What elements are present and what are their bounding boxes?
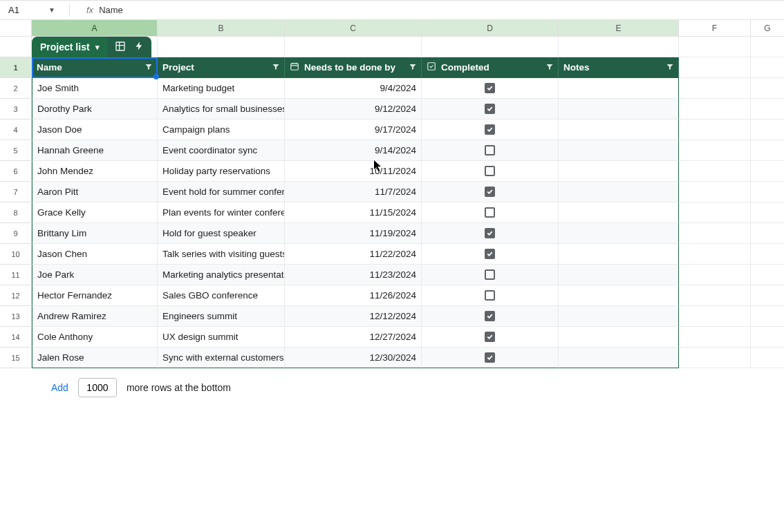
empty-cell[interactable] [679,348,751,368]
empty-cell[interactable] [679,327,751,348]
cell-completed[interactable] [422,78,559,99]
empty-cell[interactable] [679,182,751,202]
col-due-header[interactable]: Needs to be done by [285,57,422,78]
cell-completed[interactable] [422,265,559,285]
checkbox[interactable] [485,104,495,114]
col-header-A[interactable]: A [32,20,158,36]
filter-icon[interactable] [272,62,280,73]
checkbox[interactable] [485,290,495,301]
cell-due[interactable]: 12/12/2024 [285,306,422,327]
cell-due[interactable]: 11/22/2024 [285,244,422,265]
empty-cell[interactable] [751,57,784,78]
empty-cell[interactable] [751,223,784,244]
empty-cell[interactable] [679,99,751,120]
col-header-E[interactable]: E [559,20,679,36]
checkbox[interactable] [485,249,495,259]
col-header-C[interactable]: C [285,20,422,36]
cell-notes[interactable] [559,120,679,140]
col-project-header[interactable]: Project [158,57,285,78]
cell-name[interactable]: Hector Fernandez [32,285,158,306]
cell-project[interactable]: Talk series with visiting guests [158,244,285,265]
empty-cell[interactable] [679,244,751,265]
cell-due[interactable]: 10/11/2024 [285,161,422,182]
cell-due[interactable]: 9/12/2024 [285,99,422,120]
formula-value[interactable]: Name [99,5,123,15]
empty-cell[interactable] [751,265,784,285]
cell-due[interactable]: 11/19/2024 [285,223,422,244]
cell-notes[interactable] [559,244,679,265]
cell-name[interactable]: Brittany Lim [32,223,158,244]
row-header[interactable]: 15 [0,348,32,368]
cell-project[interactable]: Hold for guest speaker [158,223,285,244]
empty-cell[interactable] [679,265,751,285]
cell-name[interactable]: Cole Anthony [32,327,158,348]
cell-completed[interactable] [422,285,559,306]
add-rows-button[interactable]: Add [51,382,68,393]
cell-project[interactable]: Marketing analytics presentation [158,265,285,285]
checkbox[interactable] [485,311,495,321]
blank[interactable] [751,37,784,57]
col-name-header[interactable]: Name [32,57,158,78]
row-header[interactable]: 4 [0,120,32,140]
cell-completed[interactable] [422,348,559,368]
row-header-1[interactable]: 1 [0,57,32,78]
cell-name[interactable]: Joe Smith [32,78,158,99]
cell-notes[interactable] [559,223,679,244]
filter-icon[interactable] [545,62,554,73]
checkbox[interactable] [485,207,495,218]
add-rows-count-input[interactable] [78,378,117,397]
checkbox[interactable] [485,332,495,342]
row-header[interactable]: 6 [0,161,32,182]
cell-completed[interactable] [422,202,559,223]
name-box[interactable]: A1 ▼ [4,3,59,18]
row-header[interactable]: 12 [0,285,32,306]
cell-name[interactable]: Jason Chen [32,244,158,265]
row-header[interactable]: 3 [0,99,32,120]
cell-name[interactable]: Joe Park [32,265,158,285]
col-header-F[interactable]: F [679,20,751,36]
cell-due[interactable]: 12/27/2024 [285,327,422,348]
cell-notes[interactable] [559,182,679,202]
cell-name[interactable]: Dorothy Park [32,99,158,120]
cell-due[interactable]: 11/23/2024 [285,265,422,285]
empty-cell[interactable] [751,306,784,327]
empty-cell[interactable] [679,161,751,182]
empty-cell[interactable] [679,57,751,78]
empty-cell[interactable] [679,306,751,327]
cell-name[interactable]: Jalen Rose [32,348,158,368]
cell-completed[interactable] [422,99,559,120]
cell-completed[interactable] [422,244,559,265]
cell-due[interactable]: 11/7/2024 [285,182,422,202]
cell-completed[interactable] [422,306,559,327]
cell-notes[interactable] [559,327,679,348]
empty-cell[interactable] [679,285,751,306]
cell-notes[interactable] [559,202,679,223]
row-header[interactable]: 2 [0,78,32,99]
filter-icon[interactable] [666,62,674,73]
empty-cell[interactable] [679,78,751,99]
lightning-icon[interactable] [134,41,144,53]
checkbox[interactable] [485,145,495,155]
empty-cell[interactable] [751,327,784,348]
row-header[interactable]: 10 [0,244,32,265]
checkbox[interactable] [485,166,495,176]
cell-project[interactable]: Event hold for summer conference [158,182,285,202]
table-grid-icon[interactable] [115,41,126,54]
row-header[interactable]: 8 [0,202,32,223]
table-tab[interactable]: Project list ▾ [32,37,108,57]
cell-due[interactable]: 12/30/2024 [285,348,422,368]
empty-cell[interactable] [751,161,784,182]
cell-notes[interactable] [559,99,679,120]
blank[interactable] [679,37,751,57]
empty-cell[interactable] [679,223,751,244]
cell-notes[interactable] [559,348,679,368]
checkbox[interactable] [485,83,495,93]
cell-project[interactable]: Marketing budget [158,78,285,99]
cell-due[interactable]: 11/26/2024 [285,285,422,306]
empty-cell[interactable] [751,182,784,202]
cell-project[interactable]: Plan events for winter conference [158,202,285,223]
checkbox[interactable] [485,187,495,197]
row-header[interactable]: 5 [0,140,32,161]
empty-cell[interactable] [751,348,784,368]
empty-cell[interactable] [679,120,751,140]
